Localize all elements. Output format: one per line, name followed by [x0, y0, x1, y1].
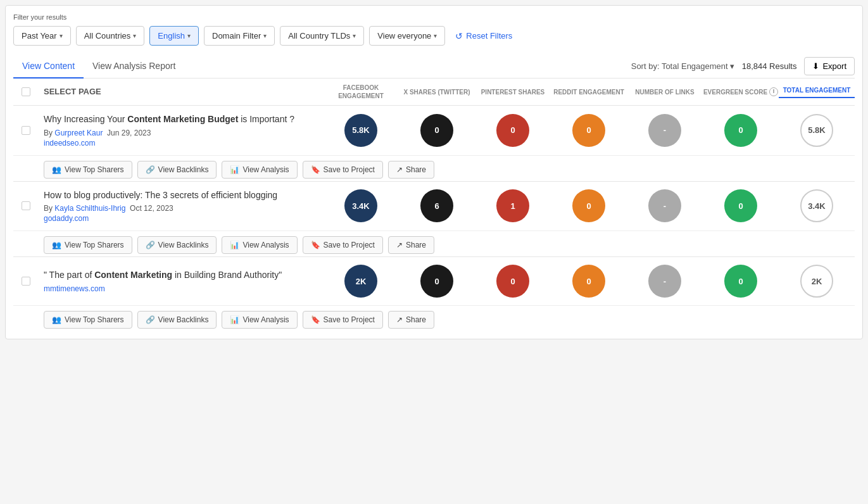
col-links[interactable]: Number of Links [627, 88, 703, 96]
backlinks-label: View Backlinks [158, 165, 209, 174]
checkbox-2[interactable] [22, 201, 30, 210]
view-analysis-button-2[interactable]: 📊 View Analysis [222, 236, 297, 254]
article-domain-2: godaddy.com [44, 214, 323, 223]
analysis-label: View Analysis [242, 165, 289, 174]
evergreen-label: Evergreen Score [703, 88, 767, 96]
view-filter[interactable]: View everyone ▾ [369, 26, 445, 46]
view-backlinks-button-1[interactable]: 🔗 View Backlinks [137, 161, 217, 179]
metric-evergreen-2: 0 [703, 189, 779, 222]
total-circle-3: 2K [800, 265, 833, 298]
tab-view-analysis[interactable]: View Analysis Report [84, 54, 184, 79]
pinterest-circle-2: 1 [496, 189, 529, 222]
article-domain-1: indeedseo.com [44, 139, 323, 148]
results-count: 18,844 Results [742, 61, 797, 71]
reddit-circle-1: 0 [572, 114, 605, 147]
author-link-2[interactable]: Kayla Schilthuis-Ihrig [54, 204, 125, 213]
share-button-3[interactable]: ↗ Share [388, 311, 434, 329]
reset-filters-button[interactable]: ↺ Reset Filters [450, 27, 517, 46]
tld-filter[interactable]: All Country TLDs ▾ [280, 26, 364, 46]
save-to-project-button-3[interactable]: 🔖 Save to Project [303, 311, 383, 329]
share-button-2[interactable]: ↗ Share [388, 236, 434, 254]
table-row: " The part of Content Marketing in Build… [13, 257, 855, 306]
download-icon: ⬇ [812, 61, 819, 71]
article-title-2: How to blog productively: The 3 secrets … [44, 189, 323, 202]
view-analysis-button-1[interactable]: 📊 View Analysis [222, 161, 297, 179]
col-pinterest[interactable]: Pinterest Shares [475, 88, 551, 96]
chevron-down-icon: ▾ [263, 32, 267, 39]
link-icon: 🔗 [146, 315, 155, 324]
col-reddit[interactable]: Reddit Engagement [551, 88, 627, 96]
metric-reddit-2: 0 [551, 189, 627, 222]
col-xshares[interactable]: X Shares (Twitter) [399, 88, 475, 96]
pinterest-circle-3: 0 [496, 265, 529, 298]
article-info-3: " The part of Content Marketing in Build… [39, 269, 323, 293]
view-analysis-button-3[interactable]: 📊 View Analysis [222, 311, 297, 329]
article-item-2: How to blog productively: The 3 secrets … [13, 182, 855, 258]
select-page-text: Select Page [44, 87, 101, 98]
facebook-circle-3: 2K [344, 265, 377, 298]
domain-filter-label: Domain Filter [212, 31, 261, 41]
reddit-circle-3: 0 [572, 265, 605, 298]
domain-filter[interactable]: Domain Filter ▾ [204, 26, 275, 46]
col-evergreen: Evergreen Score i [703, 87, 779, 96]
save-label: Save to Project [324, 165, 375, 174]
sharers-label: View Top Sharers [65, 165, 124, 174]
view-top-sharers-button-3[interactable]: 👥 View Top Sharers [44, 311, 132, 329]
sharers-label: View Top Sharers [65, 241, 124, 249]
col-total[interactable]: Total Engagement [779, 86, 855, 98]
filters-row: Past Year ▾ All Countries ▾ English ▾ Do… [13, 26, 855, 46]
chevron-down-icon: ▾ [434, 32, 437, 39]
table-header: Select Page Facebook Engagement X Shares… [13, 79, 855, 106]
metric-facebook-2: 3.4K [323, 189, 399, 222]
metric-total-3: 2K [779, 265, 855, 298]
info-icon[interactable]: i [769, 87, 778, 96]
share-button-1[interactable]: ↗ Share [388, 161, 434, 179]
view-backlinks-button-2[interactable]: 🔗 View Backlinks [137, 236, 217, 254]
checkbox-3[interactable] [22, 277, 30, 286]
chart-icon: 📊 [230, 241, 239, 249]
chevron-down-icon: ▾ [60, 32, 63, 39]
article-info-2: How to blog productively: The 3 secrets … [39, 189, 323, 224]
chart-icon: 📊 [230, 315, 239, 324]
checkbox-select-all[interactable] [22, 87, 30, 96]
checkbox-cell-2[interactable] [13, 201, 39, 210]
table-row: How to blog productively: The 3 secrets … [13, 182, 855, 232]
checkbox-cell-1[interactable] [13, 126, 39, 135]
view-top-sharers-button-2[interactable]: 👥 View Top Sharers [44, 236, 132, 254]
article-domain-3: mmtimenews.com [44, 284, 323, 293]
total-circle-1: 5.8K [800, 114, 833, 147]
time-filter-label: Past Year [22, 31, 57, 41]
country-filter[interactable]: All Countries ▾ [76, 26, 145, 46]
export-button[interactable]: ⬇ Export [804, 57, 855, 75]
share-icon: ↗ [396, 241, 403, 249]
select-page-label[interactable]: Select Page [39, 87, 323, 98]
links-circle-3: - [648, 265, 681, 298]
sharers-label: View Top Sharers [65, 315, 124, 324]
link-icon: 🔗 [146, 241, 155, 249]
backlinks-label: View Backlinks [158, 315, 209, 324]
share-icon: ↗ [396, 165, 403, 174]
view-top-sharers-button-1[interactable]: 👥 View Top Sharers [44, 161, 132, 179]
select-all-checkbox[interactable] [13, 87, 39, 96]
time-filter[interactable]: Past Year ▾ [13, 26, 71, 46]
language-filter[interactable]: English ▾ [149, 26, 199, 46]
sort-dropdown[interactable]: Sort by: Total Engagement ▾ [631, 61, 734, 71]
metric-evergreen-3: 0 [703, 265, 779, 298]
tab-view-content[interactable]: View Content [13, 54, 84, 79]
checkbox-cell-3[interactable] [13, 277, 39, 286]
chevron-down-icon: ▾ [187, 32, 191, 39]
col-facebook[interactable]: Facebook Engagement [323, 84, 399, 100]
action-row-3: 👥 View Top Sharers 🔗 View Backlinks 📊 Vi… [13, 306, 855, 331]
people-icon: 👥 [52, 315, 61, 324]
save-to-project-button-2[interactable]: 🔖 Save to Project [303, 236, 383, 254]
author-link-1[interactable]: Gurpreet Kaur [54, 129, 103, 137]
metric-facebook-1: 5.8K [323, 114, 399, 147]
save-to-project-button-1[interactable]: 🔖 Save to Project [303, 161, 383, 179]
links-circle-2: - [648, 189, 681, 222]
share-icon: ↗ [396, 315, 403, 324]
people-icon: 👥 [52, 241, 61, 249]
checkbox-1[interactable] [22, 126, 30, 135]
filter-label: Filter your results [13, 13, 855, 21]
metric-xshares-1: 0 [399, 114, 475, 147]
view-backlinks-button-3[interactable]: 🔗 View Backlinks [137, 311, 217, 329]
